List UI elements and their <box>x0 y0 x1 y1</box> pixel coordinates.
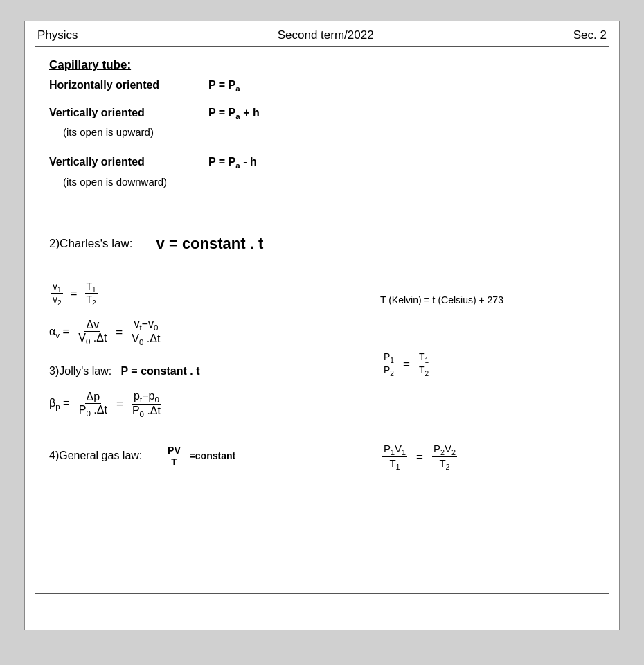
kelvin-formula: T (Kelvin) = t (Celsius) + 273 <box>380 294 503 305</box>
beta-fraction1: Δp P0 .Δt <box>78 391 109 418</box>
alpha-symbol: αv = <box>49 326 72 339</box>
vertically-up-row: Vertically oriented P = Pa + h <box>49 107 595 121</box>
alpha-fraction1: Δv V0 .Δt <box>77 319 108 346</box>
horizontally-row: Horizontally oriented P = Pa <box>49 79 595 93</box>
general-gas-row: 4)General gas law: PV T =constant <box>49 445 373 468</box>
t1t2-fraction: T1 T2 <box>85 281 98 308</box>
charles-formula: v = constant . t <box>156 235 264 253</box>
jolly-row: 3)Jolly's law: P = constant . t <box>49 365 373 378</box>
jolly-label: 3)Jolly's law: <box>49 365 118 377</box>
content-box: Capillary tube: Horizontally oriented P … <box>35 46 609 594</box>
beta-row: βp = Δp P0 .Δt = pt−p0 P0 .Δt <box>49 390 373 418</box>
beta-fraction2: pt−p0 P0 .Δt <box>131 390 162 418</box>
beta-symbol: βp = <box>49 397 73 411</box>
left-formulas: v1 v2 = T1 T2 αv = Δv V0 .Δt <box>49 275 373 468</box>
alpha-row: αv = Δv V0 .Δt = vt−v0 V0 .Δt <box>49 318 373 346</box>
pv-t-fraction: PV T <box>166 445 182 468</box>
kelvin-row: T (Kelvin) = t (Celsius) + 273 <box>380 294 503 305</box>
p1v1-row: P1V1 T1 = P2V2 T2 <box>380 443 459 471</box>
p1p2-t1t2-fraction: T1 T2 <box>418 351 430 378</box>
vertically-down-label: Vertically oriented <box>49 156 202 168</box>
charles-row: 2)Charles's law: v = constant . t <box>49 235 595 253</box>
p1p2-row: P1 P2 = T1 T2 <box>380 351 432 378</box>
vertically-up-label: Vertically oriented <box>49 107 202 119</box>
right-formulas: T (Kelvin) = t (Celsius) + 273 P1 P2 = T… <box>373 275 595 472</box>
p1p2-fraction: P1 P2 <box>382 351 395 378</box>
v1v2-fraction: v1 v2 <box>51 281 63 308</box>
horizontally-formula: P = Pa <box>208 79 240 93</box>
general-gas-formula: PV T =constant <box>156 445 235 468</box>
subject-label: Physics <box>37 28 78 42</box>
v1v2-fraction-row: v1 v2 = T1 T2 <box>49 281 373 308</box>
capillary-title: Capillary tube: <box>49 58 595 72</box>
vertically-down-formula: P = Pa - h <box>208 156 257 170</box>
charles-details: v1 v2 = T1 T2 αv = Δv V0 .Δt <box>49 275 595 472</box>
vertically-down-row: Vertically oriented P = Pa - h <box>49 156 595 170</box>
vertically-down-note: (its open is downward) <box>63 176 595 188</box>
section-label: Sec. 2 <box>573 28 607 42</box>
header: Physics Second term/2022 Sec. 2 <box>25 21 619 46</box>
vertically-up-formula: P = Pa + h <box>208 107 260 121</box>
horizontally-label: Horizontally oriented <box>49 79 202 91</box>
general-gas-label: 4)General gas law: <box>49 450 142 462</box>
page: Physics Second term/2022 Sec. 2 Capillar… <box>24 21 620 630</box>
p2v2-fraction: P2V2 T2 <box>432 443 457 471</box>
p1v1-fraction: P1V1 T1 <box>382 443 407 471</box>
charles-label: 2)Charles's law: <box>49 237 143 251</box>
vertically-up-note: (its open is upward) <box>63 126 595 138</box>
page-title: Second term/2022 <box>278 28 374 42</box>
alpha-fraction2: vt−v0 V0 .Δt <box>130 318 161 346</box>
jolly-formula: P = constant . t <box>121 365 200 377</box>
